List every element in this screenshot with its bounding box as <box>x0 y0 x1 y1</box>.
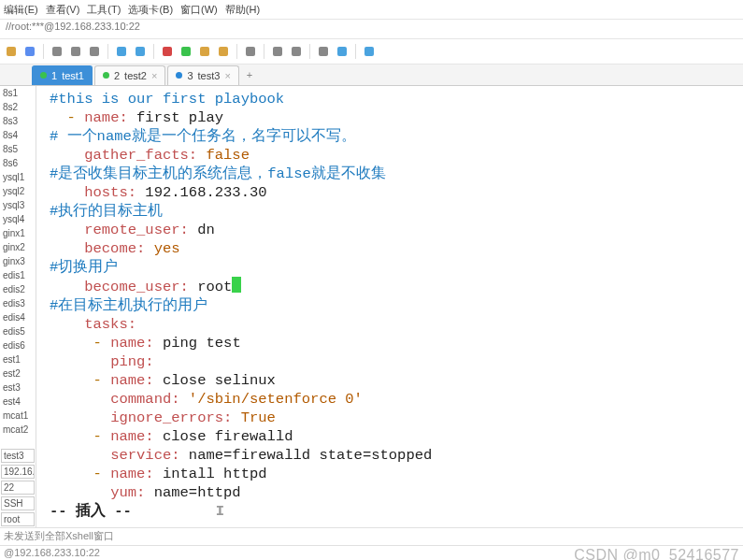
code-line: #this is our first playbook <box>50 90 736 108</box>
upload-icon[interactable] <box>197 44 212 59</box>
code-line: service: name=firewalld state=stopped <box>50 446 736 465</box>
copy-icon[interactable] <box>50 44 64 59</box>
sidebar-item[interactable]: est3 <box>0 381 36 395</box>
menu-item[interactable]: 编辑(E) <box>4 3 38 17</box>
address-bar: //root:***@192.168.233.10:22 <box>0 20 743 39</box>
code-line: ignore_errors: True <box>50 409 736 427</box>
code-token: #执行的目标主机 <box>50 203 163 220</box>
tab-index: 1 <box>51 70 57 81</box>
sidebar-item[interactable]: ginx2 <box>0 240 36 254</box>
sidebar-item[interactable]: ysql2 <box>0 184 36 198</box>
code-line: #切换用户 <box>50 258 736 277</box>
sidebar-item[interactable]: 8s6 <box>0 156 36 170</box>
sidebar-item[interactable]: edis6 <box>0 338 36 352</box>
help-icon[interactable] <box>335 44 350 59</box>
menu-item[interactable]: 选项卡(B) <box>128 3 173 17</box>
bubble-icon[interactable] <box>362 44 377 59</box>
code-line: become_user: root <box>50 277 736 296</box>
code-token: # 一个name就是一个任务名，名字可以不写。 <box>50 128 356 145</box>
tab-strip: 1test12test2×3test3×+ <box>0 65 743 86</box>
svg-rect-9 <box>200 47 209 56</box>
code-token: name: <box>110 428 154 445</box>
menu-item[interactable]: 帮助(H) <box>225 3 260 17</box>
sidebar-item[interactable]: edis1 <box>0 268 36 282</box>
menu-item[interactable]: 窗口(W) <box>180 3 218 17</box>
sidebar-item[interactable]: 8s4 <box>0 128 36 142</box>
code-line: remote_user: dn <box>50 221 736 239</box>
code-token <box>50 109 67 126</box>
code-token: - <box>93 335 102 352</box>
code-token <box>145 484 153 501</box>
record-icon[interactable] <box>160 44 175 59</box>
code-token <box>76 109 84 126</box>
code-token: become_user: <box>84 279 189 295</box>
open-icon[interactable] <box>4 44 19 59</box>
grid-icon[interactable] <box>289 44 304 59</box>
code-token <box>136 184 145 201</box>
settings-icon[interactable] <box>316 44 331 59</box>
sidebar-item[interactable]: est2 <box>0 366 36 381</box>
menu-item[interactable]: 工具(T) <box>87 3 121 17</box>
close-icon[interactable]: × <box>224 70 230 81</box>
sidebar-item[interactable]: ginx3 <box>0 254 36 268</box>
color-icon[interactable] <box>133 44 148 59</box>
svg-rect-13 <box>292 47 301 56</box>
code-token: command: <box>110 391 179 408</box>
find-icon[interactable] <box>87 44 102 59</box>
sidebar-item[interactable]: edis5 <box>0 324 36 338</box>
code-token <box>50 240 84 257</box>
tab-test3[interactable]: 3test3× <box>167 65 238 85</box>
sidebar-item[interactable]: est4 <box>0 395 36 409</box>
svg-rect-3 <box>71 47 80 56</box>
sidebar-item[interactable]: 8s5 <box>0 142 36 156</box>
sidebar-item[interactable]: ysql3 <box>0 198 36 212</box>
sidebar-info[interactable]: root <box>1 512 35 526</box>
code-token <box>50 222 84 238</box>
sidebar-info[interactable]: 22 <box>1 481 35 495</box>
code-line: - name: intall httpd <box>50 465 736 483</box>
sidebar-item[interactable]: ginx1 <box>0 226 36 240</box>
save-icon[interactable] <box>22 44 37 59</box>
sidebar-item[interactable]: ysql1 <box>0 170 36 184</box>
menu-item[interactable]: 查看(V) <box>46 3 80 17</box>
code-line: - name: first play <box>50 108 736 127</box>
sidebar-info[interactable]: 192.16... <box>1 465 35 479</box>
sidebar-item[interactable]: mcat1 <box>0 409 36 423</box>
toolbar <box>0 39 743 65</box>
code-token: name: <box>110 335 154 352</box>
code-line: - name: close selinux <box>50 371 736 390</box>
download-icon[interactable] <box>216 44 231 59</box>
svg-rect-4 <box>90 47 99 56</box>
terminal-editor[interactable]: #this is our first playbook - name: firs… <box>36 86 743 527</box>
tab-label: test2 <box>124 70 147 81</box>
new-tab-button[interactable]: + <box>241 69 258 80</box>
sidebar-info[interactable]: test3 <box>1 449 35 463</box>
code-token <box>50 372 93 389</box>
close-icon[interactable]: × <box>151 70 157 81</box>
tab-test2[interactable]: 2test2× <box>94 65 165 85</box>
code-token: dn <box>197 222 215 238</box>
sidebar-item[interactable]: mcat2 <box>0 423 36 437</box>
paste-icon[interactable] <box>68 44 83 59</box>
code-token: false <box>206 147 250 164</box>
sidebar-item[interactable]: est1 <box>0 352 36 366</box>
sidebar-item[interactable]: 8s2 <box>0 100 36 114</box>
sidebar-item[interactable]: edis4 <box>0 310 36 324</box>
highlight-icon[interactable] <box>114 44 129 59</box>
sidebar-item[interactable]: edis3 <box>0 296 36 310</box>
sidebar-item[interactable]: edis2 <box>0 282 36 296</box>
stop-icon[interactable] <box>179 44 193 59</box>
sidebar-info[interactable]: SSH <box>1 496 35 510</box>
tab-test1[interactable]: 1test1 <box>32 65 93 85</box>
screen-icon[interactable] <box>270 44 285 59</box>
code-line: gather_facts: false <box>50 146 736 165</box>
sidebar-item[interactable]: 8s1 <box>0 86 36 100</box>
sidebar-item[interactable]: ysql4 <box>0 212 36 226</box>
svg-rect-16 <box>364 47 374 56</box>
svg-rect-5 <box>117 47 126 56</box>
code-token <box>102 466 110 482</box>
sidebar-item[interactable]: 8s3 <box>0 114 36 128</box>
user-icon[interactable] <box>243 44 258 59</box>
code-token: - <box>93 372 102 389</box>
toolbar-separator <box>309 44 310 59</box>
